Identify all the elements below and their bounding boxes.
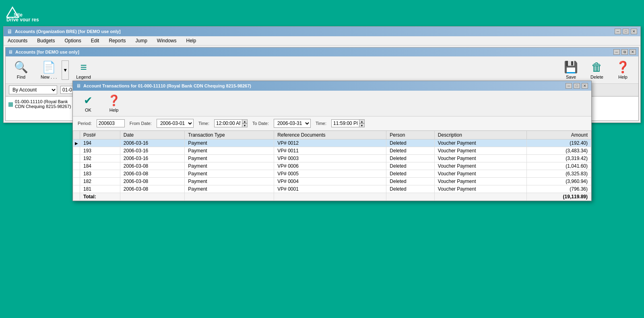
cell-desc: Voucher Payment bbox=[434, 185, 526, 193]
cell-post: 182 bbox=[80, 178, 120, 185]
modal-controls: ─ □ ✕ bbox=[566, 83, 588, 89]
cell-post: 194 bbox=[80, 139, 120, 147]
to-date-label: To Date: bbox=[252, 121, 269, 126]
table-row[interactable]: 181 2006-03-08 Payment VP# 0001 Deleted … bbox=[73, 185, 591, 193]
cell-amount: (3,483.34) bbox=[526, 147, 591, 155]
table-row[interactable]: 192 2006-03-16 Payment VP# 0003 Deleted … bbox=[73, 155, 591, 162]
cell-desc: Voucher Payment bbox=[434, 155, 526, 162]
period-bar: Period: From Date: 2006-03-01 Time: ▲ ▼ … bbox=[73, 116, 591, 131]
cell-date: 2006-03-08 bbox=[120, 178, 184, 185]
row-indicator bbox=[73, 185, 80, 193]
cell-date: 2006-03-08 bbox=[120, 162, 184, 170]
cell-post: 184 bbox=[80, 162, 120, 170]
time2-spin-down[interactable]: ▼ bbox=[359, 123, 365, 127]
cell-desc: Voucher Payment bbox=[434, 178, 526, 185]
from-date-label: From Date: bbox=[130, 121, 152, 126]
table-row[interactable]: 182 2006-03-08 Payment VP# 0004 Deleted … bbox=[73, 178, 591, 185]
modal-minimize-button[interactable]: ─ bbox=[566, 83, 572, 89]
cell-amount: (1,041.60) bbox=[526, 162, 591, 170]
cell-amount: (3,319.42) bbox=[526, 155, 591, 162]
ok-label: OK bbox=[85, 108, 91, 112]
cell-person: Deleted bbox=[386, 162, 434, 170]
table-row[interactable]: 184 2006-03-08 Payment VP# 0006 Deleted … bbox=[73, 162, 591, 170]
cell-amount: (3,960.94) bbox=[526, 178, 591, 185]
modal-toolbar: ✔ OK ❓ Help bbox=[73, 91, 591, 116]
col-person[interactable]: Person bbox=[386, 131, 434, 139]
time2-input[interactable] bbox=[331, 119, 359, 127]
cell-type: Payment bbox=[185, 178, 274, 185]
time2-spin-up[interactable]: ▲ bbox=[359, 119, 365, 123]
row-indicator: ▶ bbox=[73, 139, 80, 147]
cell-amount: (6,325.83) bbox=[526, 170, 591, 178]
cell-date: 2006-03-16 bbox=[120, 139, 184, 147]
row-indicator bbox=[73, 162, 80, 170]
row-indicator bbox=[73, 155, 80, 162]
data-table-wrap: Post# Date Transaction Type Reference Do… bbox=[73, 131, 591, 201]
time-label: Time: bbox=[198, 121, 209, 126]
table-row[interactable]: 183 2006-03-08 Payment VP# 0005 Deleted … bbox=[73, 170, 591, 178]
cell-desc: Voucher Payment bbox=[434, 139, 526, 147]
cell-person: Deleted bbox=[386, 185, 434, 193]
time-spin-down[interactable]: ▼ bbox=[242, 123, 248, 127]
cell-ref: VP# 0006 bbox=[274, 162, 386, 170]
time2-input-wrap: ▲ ▼ bbox=[331, 119, 365, 127]
cell-date: 2006-03-16 bbox=[120, 147, 184, 155]
cell-ref: VP# 0012 bbox=[274, 139, 386, 147]
cell-ref: VP# 0005 bbox=[274, 170, 386, 178]
modal-help-icon: ❓ bbox=[107, 94, 120, 107]
total-empty5 bbox=[434, 193, 526, 201]
cell-date: 2006-03-08 bbox=[120, 170, 184, 178]
total-empty3 bbox=[274, 193, 386, 201]
cell-type: Payment bbox=[185, 155, 274, 162]
modal-titlebar: 🖥 Account Transactions for 01-000-11110 … bbox=[73, 81, 591, 91]
total-row: Total: (19,119.89) bbox=[73, 193, 591, 201]
time-spin-buttons: ▲ ▼ bbox=[242, 119, 248, 127]
col-desc[interactable]: Description bbox=[434, 131, 526, 139]
cell-type: Payment bbox=[185, 185, 274, 193]
col-post[interactable]: Post# bbox=[80, 131, 120, 139]
cell-amount: (796.36) bbox=[526, 185, 591, 193]
time2-label: Time: bbox=[316, 121, 326, 126]
cell-type: Payment bbox=[185, 162, 274, 170]
cell-ref: VP# 0001 bbox=[274, 185, 386, 193]
row-indicator bbox=[73, 178, 80, 185]
total-empty4 bbox=[386, 193, 434, 201]
cell-person: Deleted bbox=[386, 178, 434, 185]
cell-person: Deleted bbox=[386, 170, 434, 178]
cell-date: 2006-03-16 bbox=[120, 155, 184, 162]
cell-amount: (192.40) bbox=[526, 139, 591, 147]
cell-person: Deleted bbox=[386, 155, 434, 162]
time-input[interactable] bbox=[214, 119, 242, 127]
cell-ref: VP# 0011 bbox=[274, 147, 386, 155]
modal-ok-button[interactable]: ✔ OK bbox=[76, 92, 100, 114]
cell-ref: VP# 0004 bbox=[274, 178, 386, 185]
col-ref[interactable]: Reference Documents bbox=[274, 131, 386, 139]
cell-person: Deleted bbox=[386, 147, 434, 155]
time-input-wrap: ▲ ▼ bbox=[214, 119, 248, 127]
from-date-select[interactable]: 2006-03-01 bbox=[157, 119, 194, 128]
cell-person: Deleted bbox=[386, 139, 434, 147]
modal-close-button[interactable]: ✕ bbox=[582, 83, 588, 89]
total-indicator bbox=[73, 193, 80, 201]
modal-overlay: 🖥 Account Transactions for 01-000-11110 … bbox=[0, 0, 644, 318]
time-spin-up[interactable]: ▲ bbox=[242, 119, 248, 123]
table-row[interactable]: 193 2006-03-16 Payment VP# 0011 Deleted … bbox=[73, 147, 591, 155]
cell-type: Payment bbox=[185, 147, 274, 155]
modal-help-button[interactable]: ❓ Help bbox=[102, 92, 126, 114]
to-date-select[interactable]: 2006-03-31 bbox=[274, 119, 311, 128]
col-amount[interactable]: Amount bbox=[526, 131, 591, 139]
cell-ref: VP# 0003 bbox=[274, 155, 386, 162]
time2-spin-buttons: ▲ ▼ bbox=[359, 119, 365, 127]
cell-type: Payment bbox=[185, 139, 274, 147]
modal-help-label: Help bbox=[109, 108, 119, 112]
col-type[interactable]: Transaction Type bbox=[185, 131, 274, 139]
ok-icon: ✔ bbox=[84, 94, 93, 107]
table-row[interactable]: ▶ 194 2006-03-16 Payment VP# 0012 Delete… bbox=[73, 139, 591, 147]
transactions-table: Post# Date Transaction Type Reference Do… bbox=[73, 131, 591, 201]
col-date[interactable]: Date bbox=[120, 131, 184, 139]
modal-title: Account Transactions for 01-000-11110 (R… bbox=[83, 83, 251, 88]
cell-post: 181 bbox=[80, 185, 120, 193]
modal-maximize-button[interactable]: □ bbox=[574, 83, 580, 89]
period-input[interactable] bbox=[97, 119, 125, 127]
cell-desc: Voucher Payment bbox=[434, 147, 526, 155]
